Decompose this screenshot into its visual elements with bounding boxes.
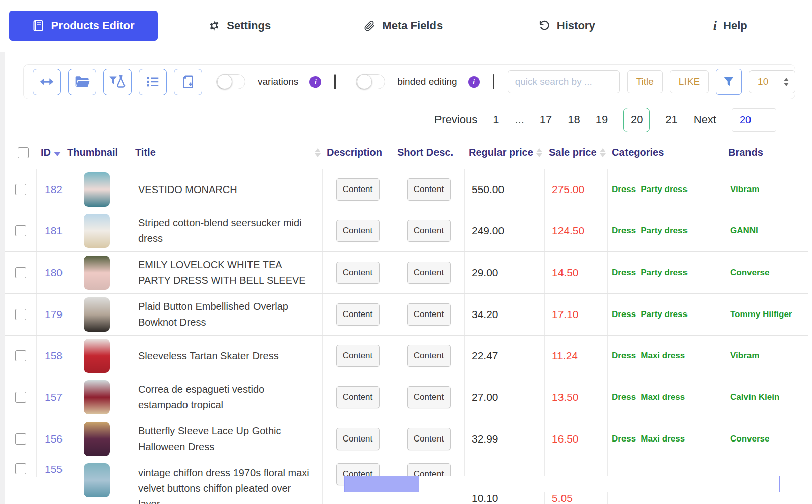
pagination-page-21[interactable]: 21 xyxy=(665,113,677,127)
category-link[interactable]: Maxi dress xyxy=(641,351,685,361)
product-id[interactable]: 179 xyxy=(37,294,63,335)
sort-icon[interactable] xyxy=(600,148,606,157)
binded-editing-toggle[interactable] xyxy=(356,74,385,89)
brand-link[interactable]: Vibram xyxy=(730,184,759,195)
variations-info-icon[interactable]: i xyxy=(309,76,321,88)
product-id[interactable]: 158 xyxy=(37,336,63,376)
row-checkbox[interactable] xyxy=(15,463,26,474)
product-title[interactable]: Plaid Button Embellished Overlap Bowknot… xyxy=(131,294,323,335)
short-description-content-button[interactable]: Content xyxy=(407,345,451,367)
category-link[interactable]: Party dress xyxy=(641,268,688,278)
brand-link[interactable]: Calvin Klein xyxy=(730,392,779,402)
description-content-button[interactable]: Content xyxy=(336,178,380,201)
regular-price[interactable]: 29.00 xyxy=(465,252,545,293)
category-link[interactable]: Dress xyxy=(612,184,636,195)
category-link[interactable]: Maxi dress xyxy=(641,392,685,402)
product-id[interactable]: 181 xyxy=(37,210,63,251)
description-content-button[interactable]: Content xyxy=(336,220,380,242)
sale-price[interactable]: 14.50 xyxy=(545,252,608,293)
binded-editing-info-icon[interactable]: i xyxy=(468,76,480,88)
add-product-button[interactable] xyxy=(174,69,202,95)
header-id[interactable]: ID xyxy=(37,147,63,158)
product-thumbnail[interactable] xyxy=(84,256,110,290)
description-content-button[interactable]: Content xyxy=(336,345,380,367)
regular-price[interactable]: 27.00 xyxy=(465,376,545,418)
sale-price[interactable]: 13.50 xyxy=(545,376,608,418)
brand-link[interactable]: Tommy Hilfiger xyxy=(730,309,792,320)
category-link[interactable]: Party dress xyxy=(641,309,688,320)
regular-price[interactable]: 34.20 xyxy=(465,294,545,335)
category-link[interactable]: Party dress xyxy=(641,184,688,195)
quick-search-input[interactable] xyxy=(508,70,620,93)
tab-help[interactable]: i Help xyxy=(649,19,812,32)
short-description-content-button[interactable]: Content xyxy=(407,220,451,242)
regular-price[interactable]: 550.00 xyxy=(465,169,545,210)
product-id[interactable]: 180 xyxy=(37,252,63,293)
sort-icon[interactable] xyxy=(315,148,321,157)
open-folder-button[interactable] xyxy=(68,69,96,95)
product-id[interactable]: 182 xyxy=(37,169,63,210)
row-checkbox[interactable] xyxy=(15,225,26,236)
product-thumbnail[interactable] xyxy=(84,380,110,414)
category-link[interactable]: Dress xyxy=(612,351,636,361)
short-description-content-button[interactable]: Content xyxy=(407,262,451,284)
sale-price[interactable]: 17.10 xyxy=(545,294,608,335)
sale-price[interactable]: 11.24 xyxy=(545,336,608,376)
header-regular-price[interactable]: Regular price xyxy=(465,147,545,158)
select-all-checkbox[interactable] xyxy=(18,147,29,158)
category-link[interactable]: Dress xyxy=(612,392,636,402)
pagination-page-18[interactable]: 18 xyxy=(568,113,580,127)
product-thumbnail[interactable] xyxy=(84,172,110,207)
row-checkbox[interactable] xyxy=(15,267,26,278)
brand-link[interactable]: Converse xyxy=(730,434,769,444)
brand-link[interactable]: GANNI xyxy=(730,226,758,236)
pagination-page-19[interactable]: 19 xyxy=(596,113,608,127)
product-id[interactable]: 157 xyxy=(37,376,63,418)
category-link[interactable]: Dress xyxy=(612,268,636,278)
regular-price[interactable]: 32.99 xyxy=(465,418,545,460)
product-thumbnail[interactable] xyxy=(84,422,110,456)
description-content-button[interactable]: Content xyxy=(336,386,380,408)
sale-price[interactable]: 16.50 xyxy=(545,418,608,460)
columns-list-button[interactable] xyxy=(139,69,167,95)
row-checkbox[interactable] xyxy=(15,184,26,195)
product-thumbnail[interactable] xyxy=(84,214,110,248)
short-description-content-button[interactable]: Content xyxy=(407,428,451,450)
filter-presets-button[interactable] xyxy=(103,69,132,95)
description-content-button[interactable]: Content xyxy=(336,262,380,284)
pagination-page-17[interactable]: 17 xyxy=(540,113,552,127)
category-link[interactable]: Dress xyxy=(612,434,636,444)
variations-toggle[interactable] xyxy=(216,74,245,89)
search-operator-button[interactable]: LIKE xyxy=(670,70,709,93)
sale-price[interactable]: 275.00 xyxy=(545,169,608,210)
row-checkbox[interactable] xyxy=(15,392,26,403)
description-content-button[interactable]: Content xyxy=(336,428,380,450)
regular-price[interactable]: 22.47 xyxy=(465,336,545,376)
category-link[interactable]: Dress xyxy=(612,226,636,236)
category-link[interactable]: Dress xyxy=(612,309,636,320)
row-checkbox[interactable] xyxy=(15,350,26,361)
tab-settings[interactable]: Settings xyxy=(158,19,322,32)
product-id[interactable]: 155 xyxy=(37,460,63,478)
sale-price[interactable]: 124.50 xyxy=(545,210,608,251)
product-thumbnail[interactable] xyxy=(84,463,110,497)
header-sale-price[interactable]: Sale price xyxy=(545,147,608,158)
short-description-content-button[interactable]: Content xyxy=(407,303,451,326)
tab-meta-fields[interactable]: Meta Fields xyxy=(322,19,485,32)
short-description-content-button[interactable]: Content xyxy=(407,178,451,201)
header-title[interactable]: Title xyxy=(131,147,323,158)
tab-products-editor[interactable]: Products Editor xyxy=(9,11,158,41)
page-size-select[interactable]: 10 xyxy=(749,70,795,93)
sort-icon[interactable] xyxy=(536,148,542,157)
product-title[interactable]: Sleeveless Tartan Skater Dress xyxy=(131,336,323,376)
product-id[interactable]: 156 xyxy=(37,418,63,460)
product-title[interactable]: EMILY LOVELOCK WHITE TEA PARTY DRESS WIT… xyxy=(131,252,323,293)
spinner-arrows-icon[interactable] xyxy=(784,78,789,86)
product-title[interactable]: vintage chiffon dress 1970s floral maxi … xyxy=(131,460,323,504)
pagination-next[interactable]: Next xyxy=(694,113,716,127)
brand-link[interactable]: Vibram xyxy=(730,351,759,361)
search-field-button[interactable]: Title xyxy=(627,70,663,93)
pagination-page-1[interactable]: 1 xyxy=(493,113,499,127)
pagination-current-page[interactable]: 20 xyxy=(623,108,650,132)
product-title[interactable]: Butterfly Sleeve Lace Up Gothic Hallowee… xyxy=(131,418,323,460)
